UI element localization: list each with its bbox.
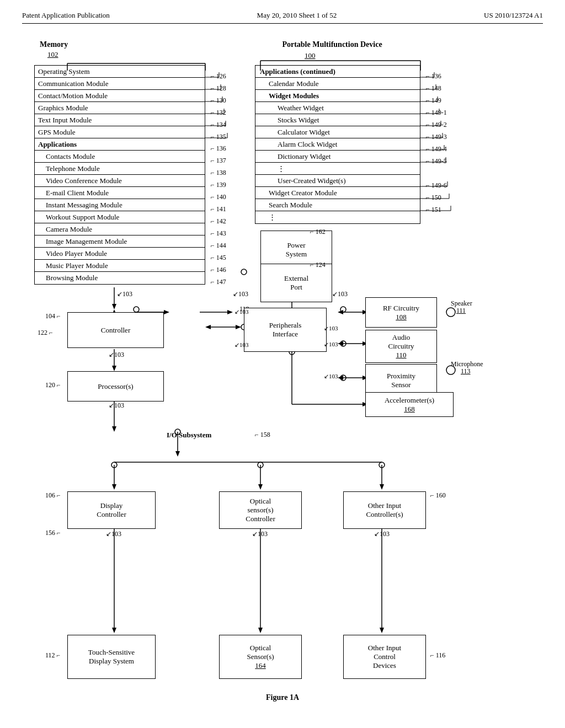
- svg-marker-57: [164, 310, 169, 314]
- peripherals-interface-box: PeripheralsInterface: [244, 308, 327, 352]
- ref-146: ⌐ 146: [211, 266, 226, 274]
- ref-142: ⌐ 142: [211, 217, 226, 226]
- node-103-rf: ↙103: [332, 290, 348, 298]
- ref-124: ⌐ 124: [310, 261, 326, 269]
- node-103-dc-bottom: ↙103: [106, 530, 121, 538]
- audio-circuitry-box: AudioCircuitry110: [365, 330, 437, 363]
- row-gps-module: GPS Module: [35, 126, 205, 138]
- ref-151: ⌐ 151: [426, 206, 441, 214]
- ref-149-5: ⌐ 149-5: [426, 157, 447, 165]
- rf-circuitry-box: RF Circuitry108: [365, 297, 437, 328]
- ref-140: ⌐ 140: [211, 193, 226, 201]
- page-container: Patent Application Publication May 20, 2…: [0, 0, 565, 728]
- row-communication-module: Communication Module: [35, 78, 205, 90]
- svg-point-46: [340, 307, 346, 312]
- processor-box: Processor(s): [67, 371, 164, 402]
- svg-point-44: [134, 307, 139, 312]
- other-input-controller-box: Other InputController(s): [343, 491, 426, 529]
- node-103-pi-right3: ↙103: [324, 373, 338, 380]
- row-operating-system: Operating System: [35, 66, 205, 78]
- ref-134: ⌐ 134: [211, 121, 226, 129]
- row-image-management-module: Image Management Module: [35, 235, 205, 248]
- svg-marker-65: [338, 310, 343, 314]
- row-dictionary-widget: Dictionary Widget: [255, 151, 420, 163]
- row-calculator-widget: Calculator Widget: [255, 126, 420, 138]
- row-weather-widget: Weather Widget: [255, 102, 420, 114]
- row-user-created-widget: User-Created Widget(s): [255, 175, 420, 187]
- svg-point-49: [241, 269, 247, 275]
- ref-149-2: ⌐ 149-2: [426, 121, 447, 129]
- row-video-conference-module: Video Conference Module: [35, 175, 205, 187]
- ref-106: 106 ⌐: [45, 491, 61, 500]
- row-alarm-clock-widget: Alarm Clock Widget: [255, 138, 420, 151]
- controller-box: Controller: [67, 312, 164, 348]
- svg-point-88: [258, 462, 263, 468]
- ref-139: ⌐ 139: [211, 181, 226, 189]
- node-103-pi-top: ↙103: [234, 308, 249, 315]
- ref-112: 112 ⌐: [45, 651, 60, 660]
- svg-marker-102: [112, 426, 116, 432]
- ref-150: ⌐ 150: [426, 194, 441, 202]
- row-telephone-module: Telephone Module: [35, 163, 205, 175]
- node-103-oic-bottom: ↙103: [374, 530, 390, 538]
- row-video-player-module: Video Player Module: [35, 248, 205, 260]
- touch-display-box: Touch-SensitiveDisplay System: [67, 635, 156, 679]
- ref-149: ⌐ 149: [426, 97, 441, 105]
- apps-table: Applications (continued) Calendar Module…: [255, 65, 420, 224]
- ref-104: 104 ⌐: [45, 312, 61, 320]
- row-widget-modules: Widget Modules: [255, 90, 420, 102]
- svg-marker-62: [205, 325, 211, 329]
- ref-141: ⌐ 141: [211, 205, 226, 213]
- ref-122: 122 ⌐: [38, 329, 53, 337]
- node-103-pi-right2: ↙103: [324, 341, 338, 348]
- svg-marker-93: [112, 628, 116, 633]
- ref-128: ⌐ 128: [211, 84, 226, 93]
- row-graphics-module: Graphics Module: [35, 102, 205, 114]
- other-input-devices-box: Other InputControlDevices: [343, 635, 426, 679]
- display-controller-box: DisplayController: [67, 491, 156, 529]
- header-center: May 20, 2010 Sheet 1 of 52: [257, 11, 337, 20]
- ref-149-4: ⌐ 149-4: [426, 145, 447, 153]
- row-contact-motion-module: Contact/Motion Module: [35, 90, 205, 102]
- pmd-label: Portable Multifunction Device: [255, 40, 409, 49]
- ref-135: ⌐ 135: [211, 133, 226, 141]
- header-left: Patent Application Publication: [22, 11, 110, 20]
- svg-point-85: [111, 462, 117, 468]
- ref-162: ⌐ 162: [310, 228, 326, 236]
- row-stocks-widget: Stocks Widget: [255, 114, 420, 126]
- node-103-pi-bottom: ↙103: [234, 341, 249, 349]
- svg-point-91: [379, 462, 385, 468]
- accelerometers-box: Accelerometer(s)168: [365, 392, 454, 417]
- node-103-ctrl-bottom: ↙103: [109, 351, 124, 359]
- row-calendar-module: Calendar Module: [255, 78, 420, 90]
- ref-116: ⌐ 116: [430, 651, 445, 660]
- memory-number: 102: [47, 50, 58, 59]
- node-103-proc-bottom: ↙103: [109, 402, 124, 410]
- ref-147: ⌐ 147: [211, 278, 226, 286]
- external-port-box: ExternalPort: [260, 264, 332, 302]
- memory-table: Operating System Communication Module Co…: [34, 65, 205, 285]
- page-header: Patent Application Publication May 20, 2…: [22, 11, 543, 24]
- figure-caption: Figure 1A: [266, 693, 299, 702]
- ref-130: ⌐ 130: [211, 97, 226, 105]
- diagram-area: Memory 102 Portable Multifunction Device…: [23, 35, 542, 708]
- svg-marker-81: [175, 451, 180, 457]
- svg-marker-61: [236, 325, 241, 329]
- io-subsystem-label: I/O Subsystem: [167, 431, 211, 440]
- ref-136: ⌐ 136: [211, 144, 226, 153]
- ref-149-3: ⌐ 149-3: [426, 133, 447, 141]
- ref-156: 156 ⌐: [45, 529, 61, 537]
- svg-marker-71: [338, 376, 343, 380]
- ref-148: ⌐ 148: [426, 84, 441, 93]
- ref-160: ⌐ 160: [430, 491, 446, 500]
- svg-marker-90: [380, 484, 384, 490]
- ref-132: ⌐ 132: [211, 109, 226, 117]
- ref-apps-136: ⌐ 136: [426, 72, 441, 81]
- ref-145: ⌐ 145: [211, 254, 226, 262]
- svg-marker-51: [112, 304, 116, 309]
- ref-138: ⌐ 138: [211, 169, 226, 177]
- node-103-mem: ↙103: [117, 290, 132, 298]
- row-instant-messaging-module: Instant Messaging Module: [35, 199, 205, 211]
- row-workout-support-module: Workout Support Module: [35, 211, 205, 223]
- svg-point-47: [340, 341, 346, 346]
